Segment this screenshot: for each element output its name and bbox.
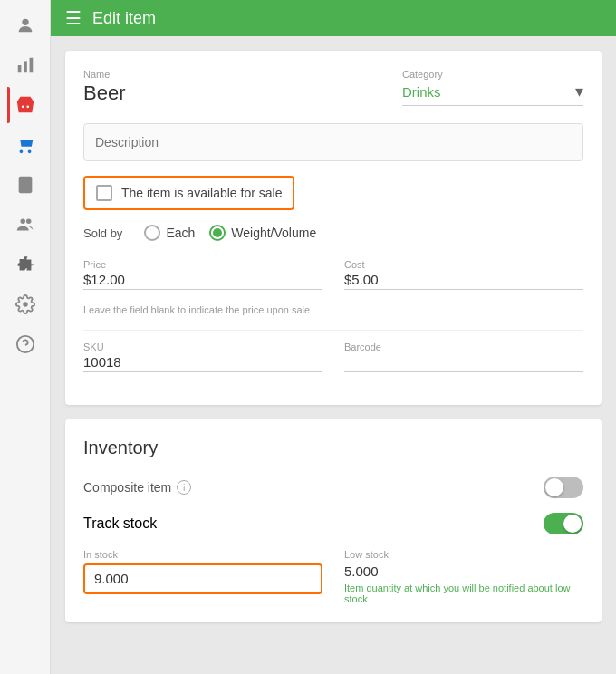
svg-point-0 — [22, 19, 28, 25]
content-area: Name Beer Category Drinks ▾ The item is … — [51, 36, 616, 674]
available-for-sale-label: The item is available for sale — [121, 186, 282, 200]
sold-by-row: Sold by Each Weight/Volume — [83, 225, 583, 241]
main-wrapper: ☰ Edit item Name Beer Category Drinks ▾ — [51, 0, 616, 674]
price-cost-row: Price Cost — [83, 259, 583, 290]
radio-weight-volume[interactable]: Weight/Volume — [209, 225, 316, 241]
in-stock-input[interactable] — [94, 571, 312, 586]
radio-each-circle — [144, 225, 160, 241]
page-title: Edit item — [92, 9, 156, 28]
low-stock-field: Low stock 5.000 Item quantity at which y… — [344, 549, 583, 604]
cost-input[interactable] — [344, 272, 583, 290]
cost-label: Cost — [344, 259, 583, 270]
available-for-sale-checkbox[interactable] — [96, 185, 112, 201]
track-stock-label: Track stock — [83, 515, 157, 532]
barcode-input[interactable] — [344, 354, 583, 372]
settings-icon[interactable] — [7, 286, 43, 323]
composite-item-toggle[interactable] — [544, 477, 583, 498]
divider — [83, 330, 583, 331]
user-icon[interactable] — [7, 7, 43, 43]
price-label: Price — [83, 259, 322, 270]
price-hint: Leave the field blank to indicate the pr… — [83, 304, 583, 315]
category-select[interactable]: Drinks ▾ — [402, 82, 583, 106]
name-value: Beer — [83, 82, 380, 105]
basket-icon[interactable] — [7, 87, 43, 123]
price-field: Price — [83, 259, 322, 290]
barcode-field: Barcode — [344, 342, 583, 372]
name-field: Name Beer — [83, 69, 380, 109]
chart-icon[interactable] — [7, 47, 43, 83]
inventory-card: Inventory Composite item i Track stock — [65, 419, 602, 622]
contacts-icon[interactable] — [7, 167, 43, 203]
composite-item-toggle-knob — [545, 478, 563, 496]
track-stock-toggle[interactable] — [544, 513, 583, 534]
composite-item-label-wrap: Composite item i — [83, 480, 191, 495]
sidebar — [0, 0, 51, 674]
description-input[interactable] — [83, 123, 583, 161]
radio-each-label: Each — [166, 226, 195, 240]
sku-label: SKU — [83, 342, 322, 352]
track-stock-toggle-knob — [563, 515, 582, 533]
in-stock-field: In stock — [83, 549, 322, 604]
category-label: Category — [402, 69, 583, 80]
svg-rect-2 — [24, 61, 27, 72]
cost-field: Cost — [344, 259, 583, 290]
category-value: Drinks — [402, 84, 575, 100]
info-icon[interactable]: i — [177, 480, 191, 495]
svg-point-8 — [20, 219, 25, 225]
sku-field: SKU — [83, 342, 322, 372]
low-stock-hint: Item quantity at which you will be notif… — [344, 583, 583, 604]
composite-item-row: Composite item i — [83, 477, 583, 498]
barcode-label: Barcode — [344, 342, 583, 352]
sold-by-label: Sold by — [83, 226, 122, 240]
svg-point-9 — [25, 219, 30, 225]
name-label: Name — [83, 69, 380, 80]
radio-each[interactable]: Each — [144, 225, 195, 241]
chevron-down-icon: ▾ — [575, 82, 583, 101]
radio-weight-volume-label: Weight/Volume — [231, 226, 316, 240]
people-icon[interactable] — [7, 207, 43, 243]
in-stock-input-wrap — [83, 563, 322, 594]
puzzle-icon[interactable] — [7, 246, 43, 283]
svg-rect-3 — [29, 58, 33, 73]
stock-row: In stock Low stock 5.000 Item quantity a… — [83, 549, 583, 604]
radio-weight-volume-circle — [209, 225, 226, 241]
cart-icon[interactable] — [7, 127, 43, 163]
sku-input[interactable] — [83, 354, 322, 372]
track-stock-row: Track stock — [83, 513, 583, 534]
item-card: Name Beer Category Drinks ▾ The item is … — [65, 51, 602, 405]
available-for-sale-row[interactable]: The item is available for sale — [83, 176, 294, 210]
composite-item-label: Composite item — [83, 480, 171, 495]
inventory-title: Inventory — [83, 438, 583, 458]
hamburger-icon[interactable]: ☰ — [65, 7, 82, 29]
low-stock-label: Low stock — [344, 549, 583, 560]
sku-barcode-row: SKU Barcode — [83, 342, 583, 372]
svg-point-7 — [23, 180, 28, 186]
low-stock-value: 5.000 — [344, 563, 583, 579]
category-field: Category Drinks ▾ — [402, 69, 583, 109]
svg-point-4 — [21, 105, 24, 108]
in-stock-label: In stock — [83, 549, 322, 560]
price-input[interactable] — [83, 272, 322, 290]
topbar: ☰ Edit item — [51, 0, 616, 36]
name-category-row: Name Beer Category Drinks ▾ — [83, 69, 583, 109]
svg-point-5 — [26, 105, 29, 108]
svg-rect-1 — [17, 65, 21, 72]
help-icon[interactable] — [7, 326, 43, 362]
